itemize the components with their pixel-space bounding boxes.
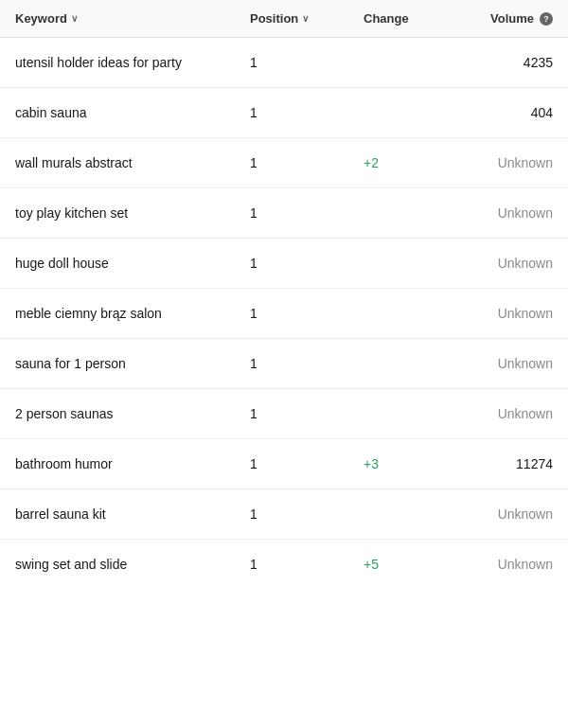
keyword-table: Keyword ∨ Position ∨ Change Volume ? ute… xyxy=(0,0,568,589)
table-row: 2 person saunas 1 Unknown xyxy=(0,389,568,439)
keyword-cell: utensil holder ideas for party xyxy=(15,55,250,70)
keyword-cell: toy play kitchen set xyxy=(15,205,250,221)
change-header-label: Change xyxy=(364,11,409,26)
table-row: meble ciemny brąz salon 1 Unknown xyxy=(0,289,568,339)
volume-header-label: Volume xyxy=(490,11,534,26)
volume-cell: Unknown xyxy=(458,256,553,271)
position-cell: 1 xyxy=(250,205,364,221)
keyword-sort-icon: ∨ xyxy=(71,13,78,24)
keyword-cell: meble ciemny brąz salon xyxy=(15,306,250,321)
keyword-cell: swing set and slide xyxy=(15,557,250,572)
position-cell: 1 xyxy=(250,306,364,321)
position-cell: 1 xyxy=(250,356,364,371)
position-header[interactable]: Position ∨ xyxy=(250,11,364,26)
table-row: barrel sauna kit 1 Unknown xyxy=(0,489,568,540)
table-row: swing set and slide 1 +5 Unknown xyxy=(0,540,568,589)
volume-header: Volume ? xyxy=(458,11,553,26)
volume-cell: Unknown xyxy=(458,557,553,572)
keyword-header[interactable]: Keyword ∨ xyxy=(15,11,250,26)
keyword-cell: sauna for 1 person xyxy=(15,356,250,371)
volume-info-icon[interactable]: ? xyxy=(540,12,553,26)
position-cell: 1 xyxy=(250,406,364,421)
volume-cell: Unknown xyxy=(458,506,553,522)
position-cell: 1 xyxy=(250,506,364,522)
position-cell: 1 xyxy=(250,456,364,471)
keyword-cell: 2 person saunas xyxy=(15,406,250,421)
table-row: cabin sauna 1 404 xyxy=(0,88,568,138)
volume-cell: Unknown xyxy=(458,406,553,421)
keyword-cell: huge doll house xyxy=(15,256,250,271)
volume-cell: Unknown xyxy=(458,155,553,170)
position-cell: 1 xyxy=(250,105,364,120)
position-cell: 1 xyxy=(250,557,364,572)
change-cell: +3 xyxy=(364,456,458,471)
change-cell: +5 xyxy=(364,557,458,572)
volume-cell: 4235 xyxy=(458,55,553,70)
table-row: toy play kitchen set 1 Unknown xyxy=(0,188,568,239)
table-row: bathroom humor 1 +3 11274 xyxy=(0,439,568,489)
keyword-cell: barrel sauna kit xyxy=(15,506,250,522)
volume-cell: 11274 xyxy=(458,456,553,471)
keyword-cell: wall murals abstract xyxy=(15,155,250,170)
keyword-cell: cabin sauna xyxy=(15,105,250,120)
keyword-header-label: Keyword xyxy=(15,11,67,26)
table-row: sauna for 1 person 1 Unknown xyxy=(0,339,568,389)
volume-cell: Unknown xyxy=(458,356,553,371)
position-sort-icon: ∨ xyxy=(302,13,309,24)
table-row: wall murals abstract 1 +2 Unknown xyxy=(0,138,568,188)
position-header-label: Position xyxy=(250,11,298,26)
change-cell: +2 xyxy=(364,155,458,170)
position-cell: 1 xyxy=(250,155,364,170)
change-header: Change xyxy=(364,11,458,26)
table-header: Keyword ∨ Position ∨ Change Volume ? xyxy=(0,0,568,38)
position-cell: 1 xyxy=(250,55,364,70)
volume-cell: 404 xyxy=(458,105,553,120)
position-cell: 1 xyxy=(250,256,364,271)
table-body: utensil holder ideas for party 1 4235 ca… xyxy=(0,38,568,589)
volume-cell: Unknown xyxy=(458,306,553,321)
table-row: utensil holder ideas for party 1 4235 xyxy=(0,38,568,88)
keyword-cell: bathroom humor xyxy=(15,456,250,471)
volume-cell: Unknown xyxy=(458,205,553,221)
table-row: huge doll house 1 Unknown xyxy=(0,239,568,289)
